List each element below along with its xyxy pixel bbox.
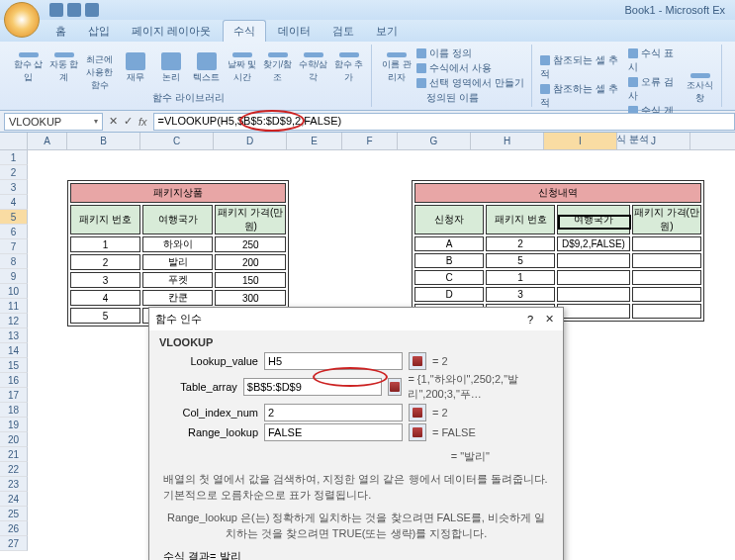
- row-header[interactable]: 4: [0, 195, 28, 210]
- column-header[interactable]: E: [287, 133, 342, 149]
- table-cell[interactable]: 1: [70, 236, 140, 252]
- row-header[interactable]: 26: [0, 521, 28, 536]
- table-cell[interactable]: D$9,2,FALSE): [557, 236, 629, 251]
- table-cell[interactable]: [557, 253, 629, 268]
- row-header[interactable]: 19: [0, 418, 28, 432]
- row-header[interactable]: 25: [0, 507, 28, 521]
- tab-home[interactable]: 홈: [46, 21, 76, 42]
- ribbon-small-button[interactable]: 선택 영역에서 만들기: [416, 76, 524, 90]
- arg-input[interactable]: [264, 423, 403, 441]
- table-cell[interactable]: 200: [215, 254, 286, 270]
- tab-formulas[interactable]: 수식: [223, 20, 266, 42]
- tab-layout[interactable]: 페이지 레이아웃: [122, 21, 221, 42]
- row-header[interactable]: 20: [0, 432, 28, 447]
- arg-input[interactable]: [264, 404, 403, 421]
- column-header[interactable]: C: [140, 133, 214, 149]
- table-cell[interactable]: [557, 287, 629, 302]
- ribbon-button[interactable]: 찾기/참조: [262, 52, 294, 84]
- row-header[interactable]: 12: [0, 314, 28, 328]
- column-header[interactable]: F: [342, 133, 398, 149]
- table-cell[interactable]: 150: [215, 272, 286, 288]
- column-header[interactable]: B: [67, 133, 140, 149]
- table-cell[interactable]: [632, 270, 701, 285]
- table-cell[interactable]: 푸켓: [142, 272, 213, 288]
- tab-insert[interactable]: 삽입: [78, 21, 120, 42]
- row-header[interactable]: 9: [0, 269, 28, 284]
- office-button[interactable]: [4, 2, 40, 38]
- ribbon-button[interactable]: 함수 추가: [333, 52, 365, 84]
- table-cell[interactable]: [632, 304, 701, 319]
- table-cell[interactable]: 5: [486, 253, 555, 268]
- ribbon-button[interactable]: 논리: [155, 52, 187, 84]
- column-header[interactable]: J: [617, 133, 690, 149]
- fx-icon[interactable]: fx: [138, 116, 147, 128]
- table-cell[interactable]: 5: [70, 308, 140, 324]
- ribbon-button[interactable]: 텍스트: [191, 52, 223, 84]
- ribbon-small-button[interactable]: 오류 검사: [628, 75, 681, 103]
- table-cell[interactable]: 4: [70, 290, 140, 306]
- row-header[interactable]: 5: [0, 210, 28, 225]
- table-cell[interactable]: 2: [70, 254, 140, 270]
- ribbon-button[interactable]: 수학/삼각: [298, 52, 329, 84]
- watch-window-button[interactable]: 조사식 창: [685, 73, 715, 105]
- table-cell[interactable]: [632, 287, 701, 302]
- table-cell[interactable]: 300: [215, 290, 286, 306]
- ribbon-button[interactable]: 최근에 사용한 함수: [84, 52, 116, 84]
- column-header[interactable]: I: [544, 133, 617, 149]
- table-cell[interactable]: [557, 304, 629, 319]
- table-cell[interactable]: 3: [70, 272, 140, 288]
- table-cell[interactable]: C: [414, 270, 484, 285]
- ribbon-small-button[interactable]: 이름 정의: [416, 47, 524, 60]
- row-header[interactable]: 6: [0, 225, 28, 239]
- row-header[interactable]: 8: [0, 254, 28, 269]
- table-cell[interactable]: [632, 236, 701, 251]
- table-cell[interactable]: [557, 270, 629, 285]
- name-box[interactable]: VLOOKUP: [4, 113, 103, 131]
- row-header[interactable]: 7: [0, 239, 28, 254]
- table-cell[interactable]: 칸쿤: [142, 290, 213, 306]
- table-cell[interactable]: A: [414, 236, 484, 251]
- column-header[interactable]: G: [398, 133, 471, 149]
- qat-save-icon[interactable]: [49, 3, 63, 17]
- ribbon-button[interactable]: 함수 삽입: [13, 52, 45, 84]
- column-header[interactable]: H: [471, 133, 544, 149]
- tab-view[interactable]: 보기: [366, 21, 408, 42]
- table-cell[interactable]: D: [414, 287, 484, 302]
- ribbon-small-button[interactable]: 수식에서 사용: [416, 61, 524, 75]
- row-header[interactable]: 15: [0, 358, 28, 373]
- row-header[interactable]: 10: [0, 284, 28, 299]
- qat-undo-icon[interactable]: [67, 3, 81, 17]
- ribbon-button[interactable]: 재무: [120, 52, 151, 84]
- range-ref-icon[interactable]: [409, 352, 426, 370]
- cancel-icon[interactable]: ✕: [109, 115, 118, 128]
- tab-review[interactable]: 검토: [322, 21, 364, 42]
- table-cell[interactable]: 발리: [142, 254, 213, 270]
- enter-icon[interactable]: ✓: [124, 115, 133, 128]
- row-header[interactable]: 22: [0, 462, 28, 477]
- table-cell[interactable]: [632, 253, 701, 268]
- ribbon-button[interactable]: 날짜 및 시간: [227, 52, 258, 84]
- range-ref-icon[interactable]: [388, 378, 403, 396]
- row-header[interactable]: 1: [0, 150, 28, 165]
- range-ref-icon[interactable]: [409, 404, 426, 421]
- ribbon-button[interactable]: 자동 합계: [48, 52, 80, 84]
- row-header[interactable]: 13: [0, 328, 28, 343]
- arg-input[interactable]: [243, 378, 382, 396]
- row-header[interactable]: 23: [0, 477, 28, 492]
- row-header[interactable]: 11: [0, 299, 28, 314]
- table-cell[interactable]: 250: [215, 236, 286, 252]
- ribbon-small-button[interactable]: 참조되는 셀 추적: [540, 53, 624, 81]
- ribbon-small-button[interactable]: 수식 표시: [628, 47, 681, 74]
- table-cell[interactable]: 2: [486, 236, 555, 251]
- column-header[interactable]: A: [28, 133, 67, 149]
- formula-input[interactable]: =VLOOKUP(H5,$B$5:$D$9,2,FALSE): [153, 113, 735, 131]
- row-header[interactable]: 27: [0, 536, 28, 551]
- dialog-titlebar[interactable]: 함수 인수 ? ✕: [149, 308, 563, 330]
- row-header[interactable]: 3: [0, 180, 28, 195]
- row-header[interactable]: 21: [0, 447, 28, 462]
- select-all-corner[interactable]: [0, 133, 28, 149]
- table-cell[interactable]: B: [414, 253, 484, 268]
- table-cell[interactable]: 1: [486, 270, 555, 285]
- row-header[interactable]: 18: [0, 403, 28, 418]
- table-cell[interactable]: 하와이: [142, 236, 213, 252]
